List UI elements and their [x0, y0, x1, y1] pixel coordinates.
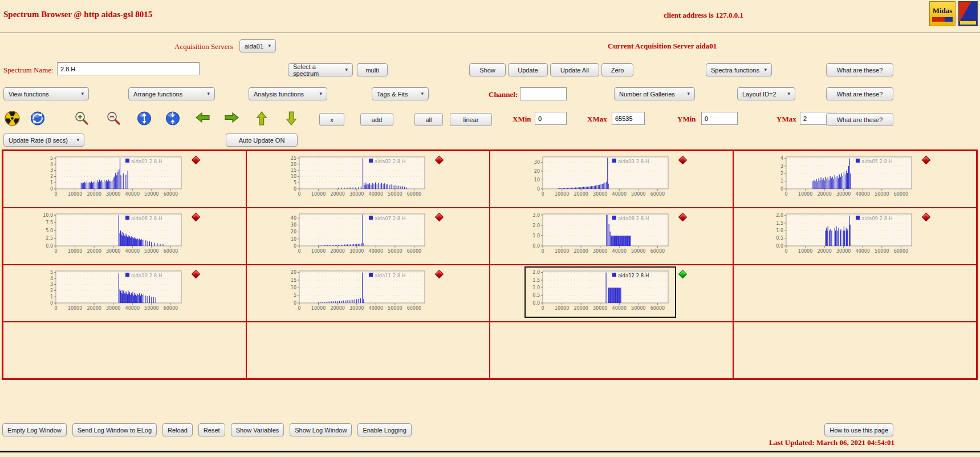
shift-right-icon[interactable] [225, 111, 239, 124]
ymin-input[interactable] [701, 112, 738, 125]
enable-logging-button[interactable]: Enable Logging [357, 423, 411, 436]
chart-block-aida01: 0123450100002000030000400005000060000aid… [39, 153, 246, 203]
linear-button[interactable]: linear [450, 113, 492, 126]
reset-button[interactable]: Reset [198, 423, 225, 436]
update-all-button[interactable]: Update All [550, 63, 599, 76]
help-button-spectrum[interactable]: What are these? [826, 63, 893, 76]
spectrum-chart-aida10[interactable]: 0123450100002000030000400005000060000aid… [39, 268, 188, 317]
svg-text:0: 0 [541, 192, 544, 197]
x-scale-button[interactable]: x [319, 113, 344, 126]
svg-text:4: 4 [50, 276, 53, 281]
zero-button[interactable]: Zero [601, 63, 633, 76]
svg-text:40000: 40000 [612, 306, 627, 311]
arrange-functions-dropdown[interactable]: Arrange functions ▾ [128, 87, 215, 100]
help-button-functions[interactable]: What are these? [826, 87, 893, 100]
spectrum-chart-aida12[interactable]: 0.00.51.01.52.00100002000030000400005000… [526, 268, 675, 317]
radiation-icon[interactable] [5, 111, 20, 126]
zoom-in-icon[interactable] [74, 111, 89, 126]
svg-text:5: 5 [294, 293, 296, 298]
svg-text:1: 1 [50, 180, 53, 185]
gallery-cell: 0102030400100002000030000400005000060000… [246, 208, 490, 265]
layout-dropdown[interactable]: Layout ID=2 ▾ [737, 87, 795, 100]
svg-text:15: 15 [291, 168, 296, 173]
svg-text:50000: 50000 [388, 249, 402, 254]
svg-text:50000: 50000 [144, 306, 158, 311]
spectrum-chart-aida07[interactable]: 0102030400100002000030000400005000060000… [282, 211, 432, 260]
send-log-elog-button[interactable]: Send Log Window to ELog [72, 423, 157, 436]
svg-text:20: 20 [291, 162, 296, 167]
xmin-input[interactable] [535, 112, 567, 125]
tags-fits-dropdown[interactable]: Tags & Fits ▾ [372, 87, 429, 100]
spectrum-chart-aida06[interactable]: 0.02.55.07.510.0010000200003000040000500… [39, 211, 188, 260]
layout-value: Layout ID=2 [742, 91, 776, 98]
svg-text:50000: 50000 [875, 192, 889, 197]
analysis-functions-value: Analysis functions [254, 91, 304, 98]
show-log-window-button[interactable]: Show Log Window [290, 423, 352, 436]
svg-text:50000: 50000 [631, 192, 645, 197]
status-diamond-red [435, 213, 444, 222]
view-functions-value: View functions [9, 91, 49, 98]
spectrum-chart-aida08[interactable]: 0.01.02.03.00100002000030000400005000060… [526, 211, 675, 260]
svg-text:0: 0 [541, 249, 544, 254]
chart-block-aida10: 0123450100002000030000400005000060000aid… [39, 268, 246, 317]
reload-button[interactable]: Reload [162, 423, 193, 436]
spectrum-chart-aida11[interactable]: 051015200100002000030000400005000060000a… [282, 268, 432, 317]
show-variables-button[interactable]: Show Variables [231, 423, 284, 436]
spectrum-chart-aida02[interactable]: 0510152025010000200003000040000500006000… [282, 153, 432, 203]
svg-text:40000: 40000 [125, 249, 140, 254]
status-diamond-red [192, 156, 201, 165]
spectra-functions-dropdown[interactable]: Spectra functions ▾ [706, 63, 772, 76]
svg-text:0: 0 [784, 249, 787, 254]
acquisition-server-select[interactable]: aida01 ▾ [239, 39, 276, 52]
analysis-functions-dropdown[interactable]: Analysis functions ▾ [249, 87, 327, 100]
expand-vertical-icon[interactable] [137, 111, 152, 126]
shift-up-icon[interactable] [255, 111, 269, 126]
show-button[interactable]: Show [469, 63, 506, 76]
update-button[interactable]: Update [508, 63, 548, 76]
compress-vertical-icon[interactable] [165, 111, 180, 126]
svg-text:10000: 10000 [798, 192, 812, 197]
svg-text:20: 20 [291, 229, 296, 234]
shift-left-icon[interactable] [195, 111, 210, 124]
status-diamond-red [678, 156, 688, 165]
update-rate-dropdown[interactable]: Update Rate (8 secs) ▾ [3, 134, 84, 147]
refresh-icon[interactable] [30, 111, 46, 126]
gallery-cell: 051015200100002000030000400005000060000a… [246, 265, 490, 322]
svg-text:60000: 60000 [407, 249, 421, 254]
how-to-use-button[interactable]: How to use this page [824, 423, 893, 436]
svg-text:aida06 2.8.H: aida06 2.8.H [131, 216, 162, 221]
status-diamond-red [678, 213, 688, 222]
select-spectrum-dropdown[interactable]: Select a spectrum ▾ [288, 63, 353, 76]
spectrum-chart-aida01[interactable]: 0123450100002000030000400005000060000aid… [39, 153, 188, 203]
spectrum-name-input[interactable] [57, 62, 200, 75]
facility-logo[interactable] [958, 1, 978, 26]
add-button[interactable]: add [360, 113, 393, 126]
svg-text:60000: 60000 [650, 306, 665, 311]
multi-button[interactable]: multi [357, 63, 388, 76]
svg-text:20000: 20000 [330, 192, 344, 197]
empty-log-button[interactable]: Empty Log Window [2, 423, 67, 436]
gallery-cell: 0123450100002000030000400005000060000aid… [3, 265, 246, 322]
shift-down-icon[interactable] [284, 111, 298, 126]
svg-text:40: 40 [291, 216, 296, 221]
svg-text:20000: 20000 [87, 306, 101, 311]
svg-text:40000: 40000 [125, 306, 140, 311]
spectrum-chart-aida05[interactable]: 012340100002000030000400005000060000aida… [769, 153, 918, 203]
svg-text:10: 10 [291, 237, 296, 242]
all-button[interactable]: all [414, 113, 443, 126]
view-functions-dropdown[interactable]: View functions ▾ [3, 87, 89, 100]
spectrum-chart-aida03[interactable]: 01020300100002000030000400005000060000ai… [526, 153, 675, 203]
channel-input[interactable] [520, 87, 567, 100]
auto-update-button[interactable]: Auto Update ON [226, 134, 298, 147]
gallery-cell: 0.00.51.01.52.00100002000030000400005000… [733, 208, 977, 265]
acquisition-server-select-value: aida01 [245, 43, 263, 50]
spectrum-chart-aida09[interactable]: 0.00.51.01.52.00100002000030000400005000… [769, 211, 918, 260]
svg-text:40000: 40000 [856, 192, 870, 197]
status-diamond-red [192, 270, 201, 279]
galleries-dropdown[interactable]: Number of Galleries ▾ [614, 87, 695, 100]
midas-logo[interactable]: Midas [929, 1, 955, 26]
zoom-out-icon[interactable] [106, 111, 121, 126]
help-button-toolbar[interactable]: What are these? [826, 113, 893, 126]
xmax-input[interactable] [612, 112, 645, 125]
svg-text:aida05 2.8.H: aida05 2.8.H [861, 159, 892, 164]
